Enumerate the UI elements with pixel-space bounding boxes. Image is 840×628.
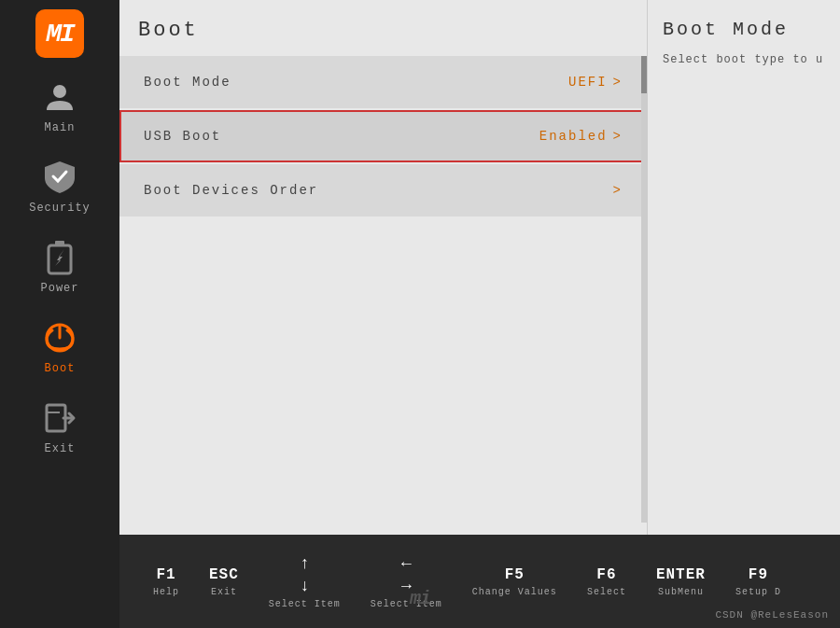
key-enter-desc: SubMenu: [658, 587, 704, 597]
key-enter: ENTER SubMenu: [641, 566, 721, 597]
key-left: ← → Select Item: [356, 554, 457, 609]
scrollbar-thumb[interactable]: [641, 56, 647, 93]
boot-mode-label: Boot Mode: [144, 75, 231, 90]
watermark: CSDN @ReLesEason: [715, 609, 829, 621]
boot-devices-order-label: Boot Devices Order: [144, 183, 318, 198]
key-f5-name: F5: [505, 566, 525, 583]
svg-rect-2: [55, 241, 64, 246]
usb-boot-item[interactable]: USB Boot Enabled >: [119, 110, 647, 162]
sidebar-item-main[interactable]: Main: [0, 65, 119, 146]
sidebar-item-main-label: Main: [45, 121, 76, 134]
up-arrow-icon: ↑: [300, 554, 310, 573]
sidebar-item-security[interactable]: Security: [0, 146, 119, 226]
exit-icon: [39, 398, 80, 439]
key-f1-desc: Help: [153, 587, 179, 597]
usb-boot-arrow: >: [613, 129, 623, 144]
sidebar-item-boot[interactable]: Boot: [0, 306, 119, 386]
key-esc: ESC Exit: [194, 566, 254, 597]
key-enter-name: ENTER: [656, 566, 706, 583]
left-arrow-icon: ←: [401, 554, 412, 573]
mi-logo: MI: [35, 9, 84, 58]
svg-point-0: [53, 85, 66, 98]
usb-boot-label: USB Boot: [144, 129, 221, 144]
boot-mode-value: UEFI >: [568, 75, 623, 90]
desc-title: Boot Mode: [663, 19, 825, 40]
scrollbar: [641, 56, 647, 523]
key-f9: F9 Setup D: [721, 566, 796, 597]
key-f6: F6 Select: [572, 566, 641, 597]
shield-icon: [39, 157, 80, 198]
key-f9-name: F9: [749, 566, 768, 583]
key-updown-desc: Select Item: [269, 599, 341, 609]
sidebar-item-exit-label: Exit: [45, 442, 76, 455]
power-icon: [39, 317, 80, 358]
sidebar-item-security-label: Security: [29, 202, 91, 215]
boot-mode-item[interactable]: Boot Mode UEFI >: [119, 56, 647, 108]
right-description-panel: Boot Mode Select boot type to u: [647, 0, 840, 535]
battery-icon: [39, 237, 80, 278]
key-f5: F5 Change Values: [457, 566, 572, 597]
boot-devices-order-value: >: [608, 183, 623, 198]
key-esc-name: ESC: [209, 566, 239, 583]
key-esc-desc: Exit: [211, 587, 237, 597]
sidebar-item-power[interactable]: Power: [0, 226, 119, 306]
boot-devices-order-item[interactable]: Boot Devices Order >: [119, 164, 647, 216]
usb-boot-value: Enabled >: [539, 129, 623, 144]
key-leftright-desc: Select Item: [371, 599, 442, 609]
key-f6-desc: Select: [587, 587, 626, 597]
main-area: Boot Boot Mode UEFI > USB Boot Enabled >…: [119, 0, 840, 535]
down-arrow-icon: ↓: [300, 577, 310, 595]
key-f9-desc: Setup D: [735, 587, 781, 597]
key-f1: F1 Help: [138, 566, 194, 597]
sidebar-item-exit[interactable]: Exit: [0, 386, 119, 467]
sidebar-item-boot-label: Boot: [45, 362, 76, 375]
key-f5-desc: Change Values: [472, 587, 557, 597]
sidebar-item-power-label: Power: [40, 282, 78, 295]
bottom-mi-logo: mi: [410, 588, 430, 609]
section-title: Boot: [119, 19, 647, 56]
key-f6-name: F6: [596, 566, 616, 583]
desc-text: Select boot type to u: [663, 51, 825, 69]
boot-devices-order-arrow: >: [613, 183, 623, 198]
key-up: ↑ ↓ Select Item: [254, 554, 356, 609]
person-icon: [39, 77, 80, 118]
boot-panel: Boot Boot Mode UEFI > USB Boot Enabled >…: [119, 0, 647, 535]
boot-mode-arrow: >: [613, 75, 623, 90]
sidebar: MI Main Security Power: [0, 0, 119, 628]
key-f1-name: F1: [156, 566, 175, 583]
